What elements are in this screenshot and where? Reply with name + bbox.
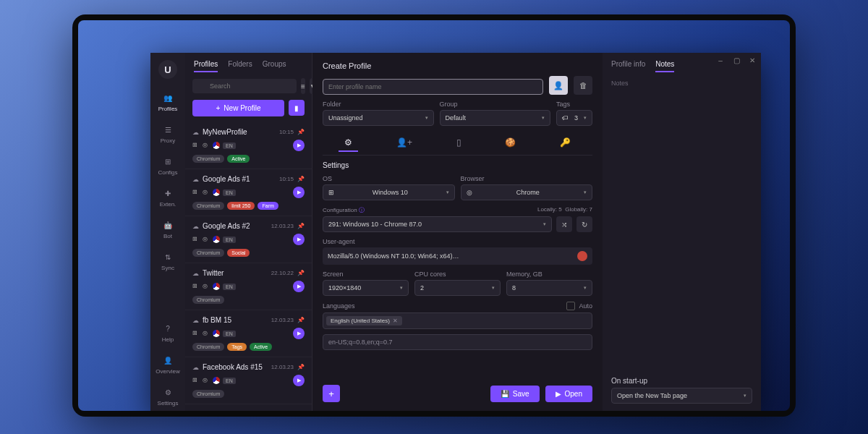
tab-profiles[interactable]: Profiles [194,60,218,72]
close-button[interactable]: ✕ [748,56,757,64]
profile-name: Twitter [203,269,268,277]
nav-overview[interactable]: 👤Overview [152,350,184,379]
profile-item[interactable]: ☁ Twitter 22.10.22 📌 ⊞ ◎ EN ▶ Chromium [185,263,312,310]
chrome-icon: ◎ [203,189,210,196]
tab-notes[interactable]: Notes [655,60,674,72]
lang-chip-box[interactable]: English (United States)✕ [323,312,592,329]
profile-date: 22.10.22 [271,270,294,276]
browser-select[interactable]: ◎Chrome▾ [461,184,593,200]
launch-button[interactable]: ▶ [293,187,305,198]
auto-checkbox[interactable] [566,302,575,310]
shuffle-button[interactable]: ⤭ [556,216,572,232]
os-select[interactable]: ⊞Windows 10▾ [323,184,455,200]
folder-select[interactable]: Unassigned▾ [323,110,434,126]
add-more-button[interactable]: + [323,385,340,402]
profile-tag: limit 250 [227,202,255,210]
chrome-icon: ◎ [203,283,210,290]
sort-button[interactable]: ≡ [301,78,305,94]
tab-cookies[interactable]: 🍪 [499,135,522,152]
new-profile-menu-button[interactable]: ▮ [289,100,305,116]
nav-bot[interactable]: 🤖Bot [152,215,184,244]
launch-button[interactable]: ▶ [293,140,305,151]
ua-status-icon[interactable] [577,251,587,261]
browser-value: Chrome [516,189,540,196]
screen-select[interactable]: 1920×1840▾ [323,280,409,296]
app-logo: U [158,60,177,79]
tab-advanced[interactable]: 🔑 [554,135,576,152]
mem-label: Memory, GB [506,271,592,278]
launch-button[interactable]: ▶ [293,375,305,386]
puzzle-icon: ✚ [162,187,174,199]
windows-icon: ⊞ [192,189,200,196]
cpu-select[interactable]: 2▾ [414,280,501,296]
nav-label: Sync [161,265,174,271]
info-icon[interactable]: ⓘ [359,207,365,213]
profile-tag: Farm [258,202,278,210]
nav-sync[interactable]: ⇅Sync [152,247,184,276]
cloud-icon: ☁ [192,411,199,412]
group-select[interactable]: Default▾ [440,110,551,126]
lang-badge: EN [223,190,236,196]
tab-profile-info[interactable]: Profile info [611,60,645,72]
nav-help[interactable]: ?Help [152,318,184,347]
screen-label: Screen [323,271,409,278]
profile-item[interactable]: ☁ fb BM 12 12.03.23 📌 ⊞ ◎ ▶ [185,404,312,411]
profile-item[interactable]: ☁ fb BM 15 12.03.23 📌 ⊞ ◎ EN ▶ Chromium … [185,310,312,357]
new-profile-label: New Profile [224,104,260,112]
chip-remove-icon[interactable]: ✕ [393,318,398,324]
tab-overview[interactable]: ⚙ [339,135,358,152]
lang-badge: EN [223,331,236,337]
open-button[interactable]: ▶Open [545,386,592,402]
profile-list[interactable]: ☁ MyNewProfile 10:15 📌 ⊞ ◎ EN ▶ Chromium… [185,122,312,411]
nav-label: Help [162,336,174,343]
window-controls: – ▢ ✕ [716,56,757,64]
launch-button[interactable]: ▶ [293,234,305,245]
settings-heading: Settings [323,161,592,169]
profile-name-input[interactable] [323,79,543,95]
nav-extensions[interactable]: ✚Exten. [152,183,184,212]
profile-item[interactable]: ☁ Google Ads #1 10:15 📌 ⊞ ◎ EN ▶ Chromiu… [185,169,312,216]
flag-icon [213,283,220,290]
panel-title: Create Profile [323,61,592,70]
pin-icon: 📌 [297,129,305,135]
chrome-icon: ◎ [467,189,472,196]
folder-value: Unassigned [328,114,363,122]
profile-item[interactable]: ☁ MyNewProfile 10:15 📌 ⊞ ◎ EN ▶ Chromium… [185,122,312,169]
save-button[interactable]: 💾Save [490,386,540,402]
avatar-button[interactable]: 👤 [549,76,568,95]
auto-label: Auto [579,302,592,310]
windows-icon: ⊞ [328,189,334,196]
nav-proxy[interactable]: ☰Proxy [152,119,184,148]
tab-fingerprint[interactable]: 👤+ [391,135,418,152]
folder-label: Folder [323,101,434,108]
app-window: – ▢ ✕ U 👥Profiles ☰Proxy ⊞Configs ✚Exten… [150,53,761,411]
delete-button[interactable]: 🗑 [574,76,592,95]
tab-folders[interactable]: Folders [228,60,252,72]
nav-settings[interactable]: ⚙Settings [152,382,184,411]
language-chip: English (United States)✕ [326,316,402,326]
startup-select[interactable]: Open the New Tab page▾ [611,388,752,404]
list-tabs: Profiles Folders Groups [185,53,312,78]
new-profile-button[interactable]: +New Profile [192,100,284,116]
minimize-button[interactable]: – [716,56,725,64]
notes-textarea[interactable]: Notes [611,80,752,377]
maximize-button[interactable]: ▢ [732,56,741,64]
nav-configs[interactable]: ⊞Configs [152,151,184,180]
profile-item[interactable]: ☁ Facebook Ads #15 12.03.23 📌 ⊞ ◎ EN ▶ C… [185,357,312,404]
tab-storage[interactable]: ▯ [451,135,467,152]
search-input[interactable] [192,79,297,93]
nav-profiles[interactable]: 👥Profiles [152,88,184,116]
memory-select[interactable]: 8▾ [506,280,592,296]
launch-button[interactable]: ▶ [293,281,305,292]
launch-button[interactable]: ▶ [293,328,305,339]
tags-select[interactable]: 🏷3▾ [556,110,592,126]
profile-tag: Social [227,249,250,257]
refresh-button[interactable]: ↻ [576,216,592,232]
locally-count: Locally: 5 [537,206,562,213]
profile-item[interactable]: ☁ Google Ads #2 12.03.23 📌 ⊞ ◎ EN ▶ Chro… [185,216,312,263]
profile-tag: Active [250,343,272,351]
cloud-icon: ☁ [192,317,199,324]
lang-badge: EN [223,237,236,243]
config-select[interactable]: 291: Windows 10 - Chrome 87.0▾ [323,216,552,232]
tab-groups[interactable]: Groups [263,60,286,72]
